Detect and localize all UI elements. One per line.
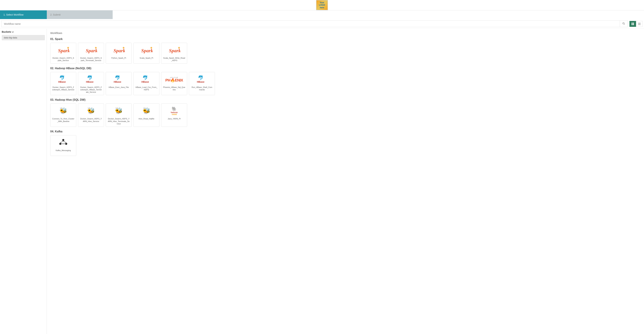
header: Your LOGO here xyxy=(0,0,644,10)
step-2[interactable]: 2. Submit xyxy=(47,10,113,19)
workflow-card-hbase3[interactable]: 🐬 HBase HBase_Exec_Java_File xyxy=(106,72,132,95)
hive2-label: Docker_Swarm_HDFS_YARN_Hive_Service xyxy=(80,118,102,123)
workflow-card-spark3[interactable]: Spark ★ Python_Spark_Pi xyxy=(106,43,132,64)
workflow-card-spark5[interactable]: Spark ★ Scala_Spark_Write_Read_HDFS xyxy=(161,43,187,64)
main-layout: Buckets data-big-data Workflows 01. Spar… xyxy=(0,29,644,334)
buckets-header[interactable]: Buckets xyxy=(2,30,45,33)
workflow-card-hbase1[interactable]: 🐬 HBase Docker_Swarm_HDFS_Zookeeper_HBas… xyxy=(50,72,76,95)
step-1[interactable]: 1. Select Workflow xyxy=(0,10,47,19)
logo: Your LOGO here xyxy=(316,0,328,10)
workflow-card-spark4[interactable]: Spark ★ Scala_Spark_Pi xyxy=(134,43,160,64)
list-view-button[interactable] xyxy=(636,21,642,27)
hive-logo-2: 🐝 xyxy=(86,106,96,116)
phoenix-logo: APACHE PH🔥ENIX xyxy=(165,74,183,85)
workflow-card-hbase6[interactable]: 🐬 HBase Run_HBase_Shell_Commands xyxy=(189,72,215,95)
svg-rect-8 xyxy=(638,24,640,25)
svg-text:🐝: 🐝 xyxy=(143,107,150,114)
buckets-label: Buckets xyxy=(2,30,11,33)
spark-logo-3: Spark ★ xyxy=(113,45,125,55)
spark-logo-1: Spark ★ xyxy=(57,45,69,55)
svg-text:★: ★ xyxy=(178,46,180,49)
workflow-card-hive2[interactable]: 🐝 Docker_Swarm_HDFS_YARN_Hive_Service xyxy=(78,104,104,127)
workflow-card-hive1[interactable]: 🐝 Connect_To_Hive_Cluster_With_Beeline xyxy=(50,104,76,127)
svg-rect-7 xyxy=(638,24,640,24)
bucket-item-label: data-big-data xyxy=(4,36,17,39)
hive-logo-4: 🐝 xyxy=(141,106,152,116)
kafka-cards-grid: Kafka_Messaging xyxy=(50,135,640,156)
hbase3-label: HBase_Exec_Java_File xyxy=(109,86,129,88)
spark3-label: Python_Spark_Pi xyxy=(112,57,126,59)
spark2-label: Docker_Swarm_HDFS_Spark_Terminate_Servic… xyxy=(80,57,102,62)
workflow-card-phoenix[interactable]: APACHE PH🔥ENIX Phoenix_HBase_Sql_Queries xyxy=(161,72,187,95)
search-input[interactable] xyxy=(2,21,620,27)
hbase-logo-1: 🐬 HBase xyxy=(58,74,69,85)
svg-line-1 xyxy=(624,24,625,24)
yarn-logo: 🐘 hadoop YARN xyxy=(171,106,178,116)
svg-rect-3 xyxy=(633,23,634,24)
category-hbase-title: 02. Hadoop HBase (NoSQL DB) xyxy=(50,67,640,70)
hbase-logo-4: 🐬 HBase xyxy=(141,74,152,85)
hbase-logo-3: 🐬 HBase xyxy=(113,74,124,85)
hbase-logo-6: 🐬 HBase xyxy=(196,74,208,85)
hive-cards-grid: 🐝 Connect_To_Hive_Cluster_With_Beeline 🐝… xyxy=(50,104,640,127)
svg-text:🐬: 🐬 xyxy=(59,75,65,80)
svg-rect-4 xyxy=(632,24,632,25)
hive1-label: Connect_To_Hive_Cluster_With_Beeline xyxy=(52,118,74,123)
hbase1-label: Docker_Swarm_HDFS_Zookeeper_HBase_Servic… xyxy=(52,86,74,91)
step-2-label: 2. Submit xyxy=(50,13,60,16)
svg-rect-6 xyxy=(638,23,640,23)
hive-logo-3: 🐝 xyxy=(114,106,124,116)
spark1-label: Docker_Swarm_HDFS_Spark_Service xyxy=(52,57,74,62)
workflow-card-yarn[interactable]: 🐘 hadoop YARN Java_YARN_Pi xyxy=(161,104,187,127)
spark5-label: Scala_Spark_Write_Read_HDFS xyxy=(163,57,185,62)
workflow-card-spark1[interactable]: Spark ★ Docker_Swarm_HDFS_Spark_Service xyxy=(50,43,76,64)
svg-rect-2 xyxy=(632,23,632,24)
kafka1-label: Kafka_Messaging xyxy=(56,149,71,152)
search-row xyxy=(0,19,644,29)
category-hive-title: 03. Hadoop Hive (SQL DW) xyxy=(50,98,640,101)
step-1-label: 1. Select Workflow xyxy=(4,13,24,16)
hive-logo-1: 🐝 xyxy=(58,106,68,116)
svg-text:HBase: HBase xyxy=(197,80,204,83)
hive4-label: Hive_Read_Hqlfile xyxy=(138,118,154,120)
svg-text:★: ★ xyxy=(94,46,97,49)
workflow-card-hbase2[interactable]: 🐬 HBase Docker_Swarm_HDFS_Zookeeper_HBas… xyxy=(78,72,104,95)
view-toggle xyxy=(630,21,642,27)
sidebar: Buckets data-big-data xyxy=(0,29,47,334)
search-button[interactable] xyxy=(620,20,628,27)
svg-text:HBase: HBase xyxy=(114,80,121,83)
workflow-card-hive3[interactable]: 🐝 Docker_Swarm_HDFS_YARN_Hive_Terminate_… xyxy=(106,104,132,127)
spark-logo-4: Spark ★ xyxy=(140,45,152,55)
list-icon xyxy=(638,22,641,25)
grid-icon xyxy=(631,22,634,25)
svg-text:🐬: 🐬 xyxy=(115,75,120,80)
svg-text:🐝: 🐝 xyxy=(60,107,67,114)
svg-line-37 xyxy=(63,141,66,143)
kafka-logo-1 xyxy=(59,137,68,148)
svg-text:HBase: HBase xyxy=(58,80,66,83)
logo-text: Your LOGO here xyxy=(319,1,325,9)
bucket-item-big-data[interactable]: data-big-data xyxy=(2,35,45,40)
svg-text:HBase: HBase xyxy=(142,80,149,83)
workflow-card-hbase4[interactable]: 🐬 HBase HBase_Load_Csv_From_HDFS xyxy=(134,72,160,95)
spark4-label: Scala_Spark_Pi xyxy=(140,57,153,59)
workflow-card-spark2[interactable]: Spark ★ Docker_Swarm_HDFS_Spark_Terminat… xyxy=(78,43,104,64)
svg-text:★: ★ xyxy=(122,46,125,49)
svg-point-33 xyxy=(62,139,64,141)
workflows-title: Workflows xyxy=(50,31,640,34)
hbase2-label: Docker_Swarm_HDFS_Zookeeper_HBase_Termin… xyxy=(80,86,102,93)
hbase-cards-grid: 🐬 HBase Docker_Swarm_HDFS_Zookeeper_HBas… xyxy=(50,72,640,95)
hbase6-label: Run_HBase_Shell_Commands xyxy=(191,86,213,91)
svg-text:★: ★ xyxy=(150,46,152,49)
hbase-logo-2: 🐬 HBase xyxy=(85,74,97,85)
content-area: Workflows 01. Spark Spark ★ Docker_Swarm… xyxy=(47,29,644,334)
svg-point-0 xyxy=(623,22,624,24)
workflow-card-hive4[interactable]: 🐝 Hive_Read_Hqlfile xyxy=(134,104,160,127)
hive3-label: Docker_Swarm_HDFS_YARN_Hive_Terminate_Se… xyxy=(108,118,130,125)
yarn-label: Java_YARN_Pi xyxy=(168,118,181,120)
workflow-card-kafka1[interactable]: Kafka_Messaging xyxy=(50,135,76,156)
grid-view-button[interactable] xyxy=(630,21,636,27)
spark-cards-grid: Spark ★ Docker_Swarm_HDFS_Spark_Service … xyxy=(50,43,640,64)
search-icon xyxy=(622,22,625,25)
svg-text:🐝: 🐝 xyxy=(87,107,95,114)
